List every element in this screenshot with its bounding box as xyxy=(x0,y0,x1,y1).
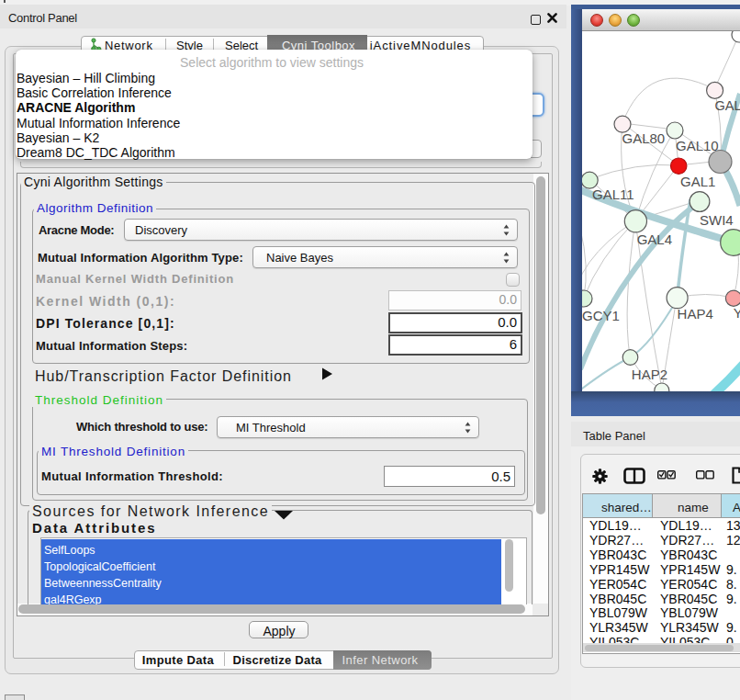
svg-text:GAL1: GAL1 xyxy=(680,174,715,189)
svg-text:GAL7: GAL7 xyxy=(715,98,740,113)
svg-text:HAP4: HAP4 xyxy=(678,306,713,322)
svg-text:GAL4: GAL4 xyxy=(637,231,672,247)
svg-text:YJ: YJ xyxy=(734,305,740,321)
svg-text:GAL80: GAL80 xyxy=(622,130,666,146)
svg-text:GCY1: GCY1 xyxy=(582,308,620,323)
svg-text:GAL11: GAL11 xyxy=(592,186,634,202)
svg-text:SWI4: SWI4 xyxy=(700,212,734,228)
svg-text:HAP2: HAP2 xyxy=(632,367,667,382)
svg-text:GAL10: GAL10 xyxy=(676,138,719,153)
